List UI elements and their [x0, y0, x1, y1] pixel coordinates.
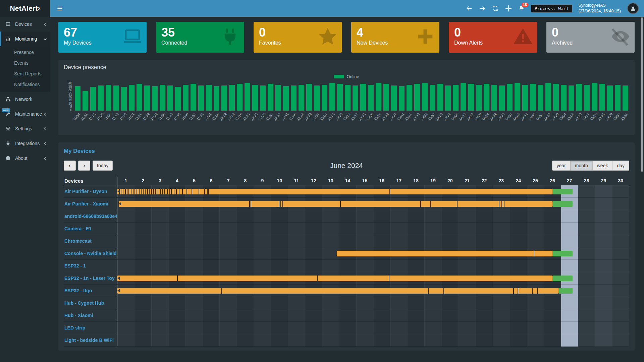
bar-slot — [166, 82, 174, 111]
online-presence-bar[interactable] — [117, 276, 552, 281]
x-tick: 13:28 — [375, 112, 382, 131]
stat-card-my-devices[interactable]: 67My Devices — [58, 22, 147, 53]
scrollbar-thumb[interactable] — [641, 17, 643, 172]
sidebar-item-integrations[interactable]: Integrations — [0, 136, 50, 151]
disconnect-gap — [340, 201, 341, 207]
nav-back-icon[interactable] — [466, 5, 473, 12]
sidebar-item-settings[interactable]: Settings — [0, 121, 50, 136]
now-presence-bar[interactable] — [552, 189, 573, 194]
day-header-24: 24 — [510, 177, 527, 185]
x-tick-label: 14:00 — [435, 112, 444, 121]
online-count-bar — [507, 84, 513, 111]
online-presence-bar[interactable] — [117, 288, 558, 294]
stat-card-archived[interactable]: 0Archived — [546, 22, 635, 53]
bar-slot — [359, 82, 367, 111]
sidebar-subitem-presence[interactable]: Presence — [0, 47, 50, 58]
stat-card-new-devices[interactable]: 4New Devices — [351, 22, 439, 53]
view-button-month[interactable]: month — [571, 161, 593, 171]
x-tick: 11:56 — [197, 112, 205, 131]
host-info: Synology-NAS (27/06/2024, 15:40:15) — [579, 3, 621, 14]
next-month-button[interactable]: › — [78, 161, 90, 171]
disconnect-gap — [430, 201, 431, 207]
bar-slot — [244, 82, 251, 111]
now-presence-bar[interactable] — [558, 288, 573, 294]
plug-icon — [220, 26, 240, 47]
now-presence-bar[interactable] — [552, 276, 573, 281]
device-row-esp32-1n-laser-toy: ESP32 - 1n - Laser Toy — [64, 272, 629, 285]
x-tick-label: 11:32 — [150, 112, 158, 121]
device-name-link[interactable]: LED strip — [64, 322, 117, 334]
online-count-bar — [275, 85, 281, 111]
my-devices-heading[interactable]: My Devices — [64, 148, 629, 155]
x-tick-label: 14:53 — [535, 112, 544, 121]
stat-card-favorites[interactable]: 0Favorites — [254, 22, 342, 53]
now-presence-bar[interactable] — [552, 201, 573, 207]
sidebar-subitem-sent-reports[interactable]: Sent Reports — [0, 68, 50, 79]
sidebar-item-devices[interactable]: Devices — [0, 17, 50, 32]
sidebar-subitem-notifications[interactable]: Notifications — [0, 79, 50, 90]
device-name-link[interactable]: ESP32 - 1 — [64, 260, 117, 272]
online-count-bar — [499, 85, 505, 111]
fullscreen-move-icon[interactable] — [505, 5, 512, 12]
view-button-year[interactable]: year — [552, 161, 571, 171]
stat-card-down-alerts[interactable]: 0Down Alerts — [449, 22, 537, 53]
device-name-link[interactable]: ESP32 - ttgo — [64, 285, 117, 297]
sidebar-item-about[interactable]: About — [0, 151, 50, 166]
x-tick-label: 11:08 — [103, 112, 112, 121]
online-count-bar — [360, 84, 366, 111]
device-name-link[interactable]: Hub - Xiaomi — [64, 309, 117, 321]
online-presence-bar[interactable] — [119, 201, 552, 207]
sidebar-subitem-events[interactable]: Events — [0, 58, 50, 68]
online-count-bar — [530, 84, 536, 111]
device-name-link[interactable]: Hub - Cygnet Hub — [64, 297, 117, 309]
refresh-icon[interactable] — [492, 5, 499, 12]
device-name-link[interactable]: Console - Nvidia Shield TV — [64, 247, 117, 259]
page-scrollbar — [641, 17, 643, 361]
disconnect-gap — [177, 276, 178, 281]
today-button[interactable]: today — [93, 161, 113, 171]
online-count-bar — [437, 84, 443, 111]
notifications-bell-icon[interactable]: 15 — [518, 5, 525, 12]
disconnect-gap — [171, 189, 172, 194]
x-tick-label: 15:29 — [605, 112, 613, 121]
nav-forward-icon[interactable] — [479, 5, 486, 12]
sidebar-toggle-button[interactable] — [52, 0, 67, 17]
x-tick-label: 14:33 — [497, 112, 505, 121]
disconnect-gap — [135, 189, 135, 194]
online-presence-bar[interactable] — [337, 251, 552, 256]
view-button-day[interactable]: day — [612, 161, 629, 171]
now-presence-bar[interactable] — [552, 251, 573, 256]
prev-month-button[interactable]: ‹ — [64, 161, 76, 171]
x-tick-label: 12:12 — [227, 112, 235, 121]
day-header-22: 22 — [476, 177, 493, 185]
device-name-link[interactable]: Air Purifier - Xiaomi — [64, 198, 117, 210]
device-name-link[interactable]: Chromecast — [64, 235, 117, 247]
online-count-bar — [98, 85, 104, 111]
device-name-link[interactable]: Light - bedside B WiFi — [64, 334, 117, 346]
x-tick-label: 12:09 — [219, 112, 228, 121]
sidebar-item-network[interactable]: Network — [0, 92, 50, 107]
device-name-link[interactable]: android-68608b93a00e4 — [64, 210, 117, 222]
chevron-left-icon — [43, 112, 47, 116]
presence-panel-title: Device presence — [64, 64, 629, 71]
x-tick-label: 15:33 — [612, 112, 621, 121]
sidebar-item-monitoring[interactable]: Monitoring — [0, 32, 50, 46]
device-timeline — [117, 260, 629, 272]
disconnect-gap — [317, 276, 318, 281]
online-count-bar — [515, 83, 521, 111]
stat-card-connected[interactable]: 35Connected — [156, 22, 244, 53]
sidebar-item-maintenance[interactable]: Maintenancenew — [0, 107, 50, 121]
x-tick: 13:37 — [390, 112, 398, 131]
device-name-link[interactable]: Camera - E1 — [64, 223, 117, 235]
chevron-left-icon — [43, 142, 47, 145]
device-name-link[interactable]: Air Purifier - Dyson — [64, 185, 117, 197]
disconnect-gap — [537, 288, 538, 294]
continues-left-arrow-icon — [117, 190, 120, 193]
device-timeline — [117, 272, 629, 284]
view-button-week[interactable]: week — [593, 161, 613, 171]
x-tick-label: 15:00 — [551, 112, 559, 121]
brand-logo[interactable]: NetAlertx — [0, 0, 50, 17]
device-name-link[interactable]: ESP32 - 1n - Laser Toy — [64, 272, 117, 284]
user-avatar[interactable] — [627, 3, 639, 14]
devices-column-header: Devices — [64, 177, 117, 185]
